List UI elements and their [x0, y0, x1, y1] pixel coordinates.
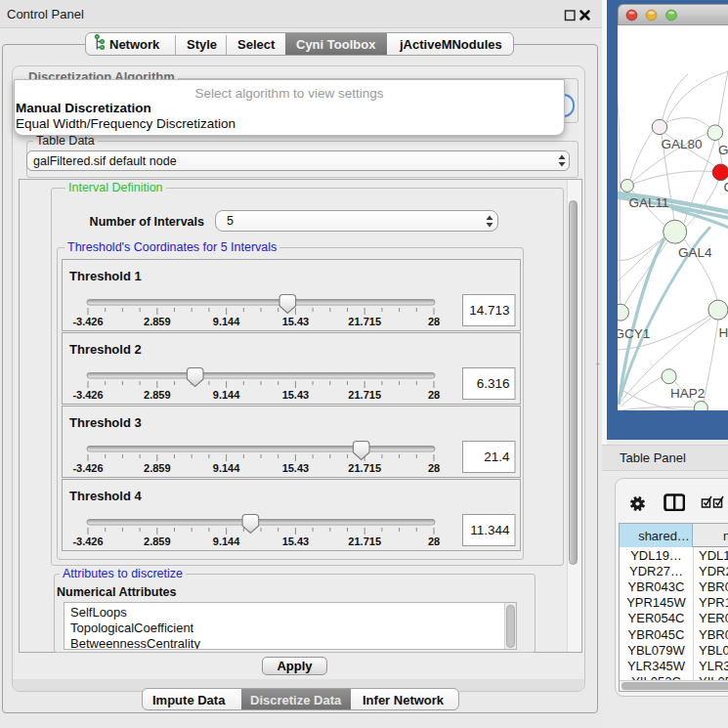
svg-text:28: 28	[428, 316, 440, 327]
svg-text:28: 28	[428, 535, 440, 547]
svg-text:14.713: 14.713	[469, 303, 509, 318]
svg-text:-3.426: -3.426	[72, 389, 103, 401]
svg-text:-3.426: -3.426	[72, 316, 103, 327]
svg-text:28: 28	[428, 462, 440, 474]
svg-text:28: 28	[428, 389, 440, 401]
svg-text:9.144: 9.144	[213, 316, 240, 327]
svg-text:6.316: 6.316	[477, 376, 510, 391]
svg-text:-3.426: -3.426	[72, 462, 103, 474]
svg-text:GAL80: GAL80	[661, 137, 702, 151]
svg-text:21.715: 21.715	[348, 389, 381, 401]
svg-text:Threshold 1: Threshold 1	[69, 269, 142, 283]
svg-text:GAL4: GAL4	[677, 245, 711, 260]
svg-text:9.144: 9.144	[213, 389, 240, 401]
svg-text:HAP2: HAP2	[670, 386, 705, 401]
svg-text:2.859: 2.859	[144, 535, 171, 547]
svg-text:GA: GA	[718, 143, 728, 157]
svg-text:2.859: 2.859	[144, 316, 171, 327]
svg-text:11.344: 11.344	[470, 523, 510, 537]
svg-text:GCY1: GCY1	[618, 326, 650, 341]
svg-text:-3.426: -3.426	[72, 535, 103, 547]
svg-text:15.43: 15.43	[282, 535, 310, 547]
svg-text:15.43: 15.43	[282, 462, 310, 474]
svg-text:21.715: 21.715	[348, 316, 381, 327]
svg-text:2.859: 2.859	[144, 462, 171, 474]
svg-text:H: H	[718, 325, 728, 340]
svg-text:Threshold 4: Threshold 4	[69, 489, 142, 503]
svg-text:Threshold 3: Threshold 3	[69, 415, 142, 430]
svg-text:21.715: 21.715	[348, 535, 381, 547]
svg-text:21.4: 21.4	[484, 450, 510, 464]
svg-text:Threshold 2: Threshold 2	[69, 342, 142, 357]
svg-text:2.859: 2.859	[144, 389, 171, 401]
svg-text:GAL11: GAL11	[628, 195, 668, 210]
svg-text:21.715: 21.715	[348, 462, 381, 474]
svg-text:C: C	[723, 180, 728, 194]
svg-text:9.144: 9.144	[213, 535, 240, 547]
svg-text:15.43: 15.43	[282, 316, 310, 327]
svg-text:9.144: 9.144	[213, 462, 240, 474]
svg-text:15.43: 15.43	[282, 389, 310, 401]
